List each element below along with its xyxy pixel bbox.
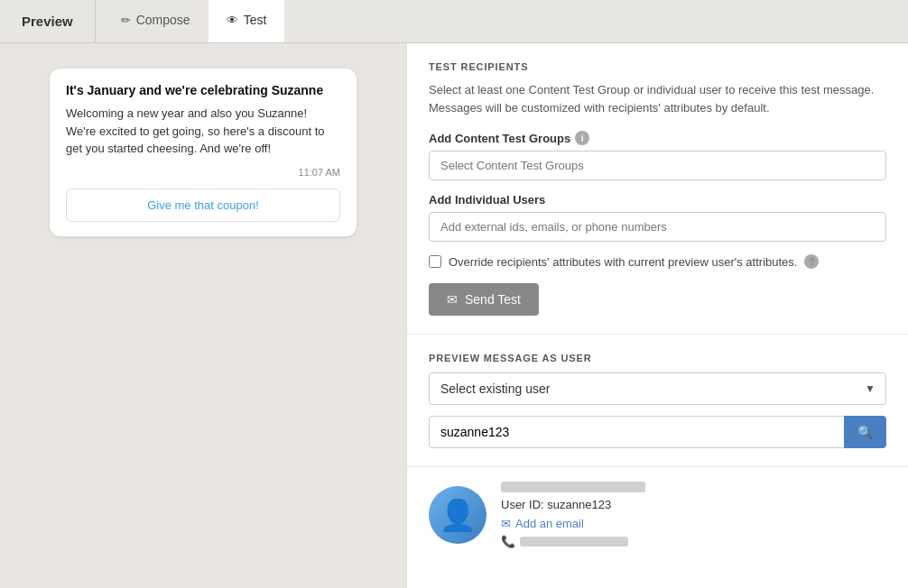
test-recipients-title: TEST RECIPIENTS bbox=[429, 61, 886, 72]
select-user-dropdown[interactable]: Select existing user bbox=[429, 372, 886, 405]
send-icon: ✉ bbox=[447, 292, 458, 307]
override-info-icon[interactable]: ? bbox=[804, 254, 819, 269]
nav-tabs: ✏ Compose 👁 Test bbox=[103, 0, 285, 42]
send-test-label: Send Test bbox=[465, 292, 521, 307]
tab-test[interactable]: 👁 Test bbox=[208, 0, 285, 42]
add-users-input[interactable] bbox=[429, 212, 886, 242]
right-panel: TEST RECIPIENTS Select at least one Cont… bbox=[406, 43, 908, 588]
test-recipients-section: TEST RECIPIENTS Select at least one Cont… bbox=[407, 43, 908, 335]
user-result-card: 👤 User ID: suzanne123 ✉ Add an email 📞 bbox=[407, 466, 908, 563]
preview-title: Preview bbox=[22, 14, 73, 29]
preview-user-title: PREVIEW MESSAGE AS USER bbox=[429, 353, 886, 363]
test-recipients-desc: Select at least one Content Test Group o… bbox=[429, 81, 886, 116]
add-groups-label-text: Add Content Test Groups bbox=[429, 132, 570, 145]
top-nav: Preview ✏ Compose 👁 Test bbox=[0, 0, 908, 43]
compose-icon: ✏ bbox=[121, 14, 131, 27]
phone-icon: 📞 bbox=[501, 535, 515, 548]
override-label: Override recipients' attributes with cur… bbox=[449, 255, 797, 269]
main-content: It's January and we're celebrating Suzan… bbox=[0, 43, 908, 588]
avatar-person-icon: 👤 bbox=[439, 497, 477, 533]
phone-number-blurred bbox=[520, 537, 628, 547]
send-test-button[interactable]: ✉ Send Test bbox=[429, 283, 539, 316]
user-name-blurred bbox=[501, 482, 645, 492]
user-phone-row: 📞 bbox=[501, 535, 886, 548]
search-user-input[interactable] bbox=[429, 416, 844, 448]
override-checkbox[interactable] bbox=[429, 255, 441, 268]
add-users-label: Add Individual Users bbox=[429, 193, 886, 207]
add-groups-info-icon[interactable]: i bbox=[575, 131, 589, 145]
compose-tab-label: Compose bbox=[136, 13, 190, 27]
preview-pane: It's January and we're celebrating Suzan… bbox=[0, 43, 406, 588]
search-icon: 🔍 bbox=[857, 425, 873, 439]
tab-compose[interactable]: ✏ Compose bbox=[103, 0, 208, 42]
search-row: 🔍 bbox=[429, 416, 886, 448]
message-time: 11:07 AM bbox=[66, 167, 340, 178]
add-users-label-text: Add Individual Users bbox=[429, 193, 545, 207]
user-details: User ID: suzanne123 ✉ Add an email 📞 bbox=[501, 482, 886, 548]
message-card: It's January and we're celebrating Suzan… bbox=[50, 69, 357, 236]
message-title: It's January and we're celebrating Suzan… bbox=[66, 83, 340, 97]
email-icon: ✉ bbox=[501, 517, 511, 530]
add-groups-input[interactable] bbox=[429, 151, 886, 180]
add-email-label: Add an email bbox=[515, 517, 584, 530]
message-cta-button[interactable]: Give me that coupon! bbox=[66, 188, 340, 222]
user-id-row: User ID: suzanne123 bbox=[501, 498, 886, 511]
test-tab-label: Test bbox=[244, 13, 267, 27]
avatar: 👤 bbox=[429, 486, 486, 544]
search-user-button[interactable]: 🔍 bbox=[844, 416, 886, 448]
override-checkbox-row: Override recipients' attributes with cur… bbox=[429, 254, 886, 269]
message-body: Welcoming a new year and also you Suzann… bbox=[66, 105, 340, 158]
preview-label: Preview bbox=[0, 0, 96, 42]
add-groups-label: Add Content Test Groups i bbox=[429, 131, 886, 145]
test-icon: 👁 bbox=[227, 14, 238, 27]
user-email-row[interactable]: ✉ Add an email bbox=[501, 517, 886, 530]
select-user-wrapper: Select existing user ▼ bbox=[429, 372, 886, 405]
preview-user-section: PREVIEW MESSAGE AS USER Select existing … bbox=[407, 335, 908, 466]
